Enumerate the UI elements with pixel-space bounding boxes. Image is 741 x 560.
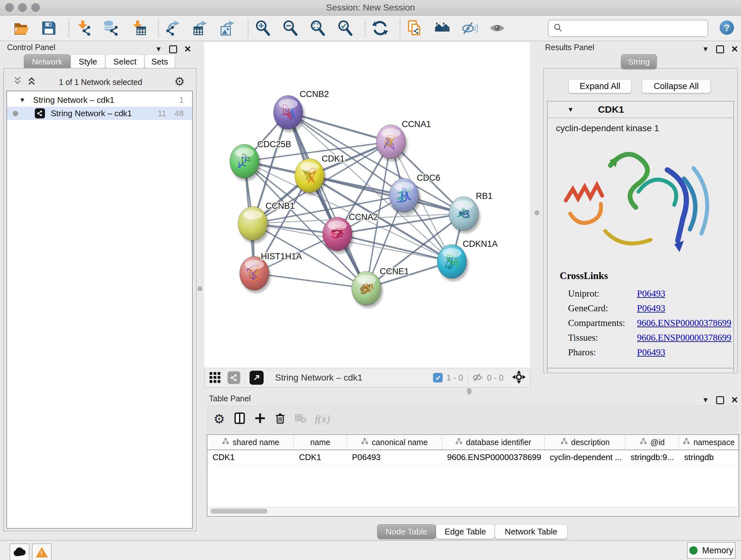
network-node-CDKN1A[interactable]: CDKN1A [437,239,498,281]
crosslink-value-link[interactable]: P06493 [637,288,665,299]
memory-button[interactable]: Memory [687,542,736,559]
network-collection-row[interactable]: ▼ String Network – cdk1 1 [7,93,192,107]
warnings-button[interactable]: ! [32,543,52,560]
tab-string[interactable]: String [621,54,657,69]
function-builder-icon[interactable]: f(x) [315,413,330,425]
hidden-eye-icon[interactable] [472,371,484,384]
delete-column-icon[interactable] [274,412,286,426]
network-edge-HIST1H1A-CCNE1[interactable] [254,273,366,288]
import-network-button[interactable] [74,19,93,37]
selected-checkbox-icon[interactable] [433,373,443,382]
float-panel-icon[interactable] [716,396,724,404]
tab-sets[interactable]: Sets [145,54,175,69]
save-session-button[interactable] [40,19,58,37]
new-network-from-selection-button[interactable] [406,19,424,37]
hide-selected-button[interactable] [461,19,479,37]
left-splitter-handle[interactable] [198,287,202,291]
close-panel-icon[interactable]: ✕ [184,44,192,54]
tab-style[interactable]: Style [71,54,105,69]
zoom-fit-button[interactable] [309,19,327,37]
export-network-button[interactable] [164,19,183,37]
bottom-splitter-handle[interactable] [467,388,471,394]
crosslink-value-link[interactable]: P06493 [637,347,665,358]
close-panel-icon[interactable]: ✕ [731,44,738,54]
table-cell[interactable]: 9606.ENSP00000378699 [442,450,545,464]
crosslink-value-link[interactable]: 9606.ENSP00000378699 [637,332,731,343]
crosslink-value-link[interactable]: P06493 [637,303,665,314]
table-cell[interactable]: cyclin-dependent ... [545,450,625,464]
collection-expand-icon[interactable]: ▼ [19,97,25,104]
network-edge-CCNB2-CCNE1[interactable] [288,112,366,288]
expand-all-tree-icon[interactable] [12,75,23,87]
crosslink-value-link[interactable]: 9606.ENSP00000378699 [637,318,731,328]
network-canvas[interactable]: CCNB2CCNA1CDC25BCDK1CDC6RB1CCNB1CCNA2CDK… [204,42,530,368]
apply-layout-button[interactable] [371,19,389,37]
table-horizontal-scrollbar[interactable] [207,507,737,515]
search-input[interactable] [566,22,708,35]
pan-crosshair-icon[interactable] [512,370,526,385]
gene-card-header[interactable]: ▼ CDK1 [548,102,733,118]
zoom-selected-button[interactable] [336,19,354,37]
show-all-button[interactable] [488,19,507,37]
close-panel-icon[interactable]: ✕ [731,395,738,405]
table-cell[interactable]: P06493 [347,450,442,464]
network-node-HIST1H1A[interactable]: HIST1H1A [240,252,302,293]
column-header-shared-name[interactable]: shared name [207,435,294,449]
column-header-id[interactable]: @id [625,435,679,449]
panel-menu-icon[interactable]: ▼ [702,396,709,404]
network-options-gear-icon[interactable]: ⚙ [174,75,185,88]
cloud-service-button[interactable] [10,543,29,560]
zoom-out-button[interactable] [281,19,300,37]
string-badge-icon[interactable] [227,371,240,384]
open-session-button[interactable] [12,19,30,37]
float-panel-icon[interactable] [716,45,724,53]
export-image-button[interactable] [219,19,238,37]
open-in-window-icon[interactable] [250,371,264,385]
table-cell[interactable]: stringdb:9... [625,450,679,464]
network-node-CDK1[interactable]: CDK1 [295,154,345,195]
network-node-CDC25B[interactable]: CDC25B [230,139,291,181]
network-edge-CDK1-RB1[interactable] [310,176,464,213]
panel-menu-icon[interactable]: ▼ [702,45,709,53]
table-cell[interactable]: CDK1 [207,450,294,464]
table-cell[interactable]: stringdb [679,450,738,464]
network-node-CCNE1[interactable]: CCNE1 [352,266,409,308]
export-table-button[interactable] [192,19,210,37]
panel-menu-icon[interactable]: ▼ [155,45,162,53]
float-panel-icon[interactable] [169,45,177,53]
create-column-icon[interactable] [254,413,266,425]
expand-all-button[interactable]: Expand All [568,79,631,93]
tab-edge-table[interactable]: Edge Table [436,524,495,539]
collapse-all-tree-icon[interactable] [26,75,37,87]
column-header-canonical-name[interactable]: canonical name [347,435,442,449]
show-columns-icon[interactable] [233,412,246,426]
network-node-CCNA2[interactable]: CCNA2 [323,212,378,254]
tab-network[interactable]: Network [24,54,71,69]
column-header-database-identifier[interactable]: database identifier [442,435,545,449]
delete-table-icon[interactable] [294,412,307,426]
import-network-database-button[interactable] [102,19,120,37]
birds-eye-view-icon[interactable] [209,371,221,384]
gene-collapse-icon[interactable]: ▼ [567,106,574,113]
right-splitter-handle[interactable] [535,210,539,215]
column-header-name[interactable]: name [294,435,347,449]
import-table-button[interactable] [129,19,148,37]
column-header-description[interactable]: description [545,435,625,449]
column-header-namespace[interactable]: namespace [679,435,738,449]
network-row[interactable]: String Network – cdk1 11 48 [7,107,192,120]
scrollbar-thumb[interactable] [211,509,267,514]
network-node-CDC6[interactable]: CDC6 [389,173,441,215]
tab-node-table[interactable]: Node Table [377,524,436,539]
collapse-all-button[interactable]: Collapse All [642,79,711,93]
network-node-CCNB2[interactable]: CCNB2 [273,89,329,132]
table-cell[interactable]: CDK1 [294,450,347,464]
tab-select[interactable]: Select [105,54,145,69]
network-node-RB1[interactable]: RB1 [449,191,493,233]
zoom-in-button[interactable] [254,19,272,37]
first-neighbors-button[interactable] [433,19,452,37]
tab-network-table[interactable]: Network Table [495,524,567,539]
network-node-CCNA1[interactable]: CCNA1 [376,119,431,162]
table-row[interactable]: CDK1CDK1P064939606.ENSP00000378699cyclin… [207,450,738,464]
table-options-gear-icon[interactable]: ⚙ [213,412,225,426]
help-button[interactable]: ? [720,20,734,35]
